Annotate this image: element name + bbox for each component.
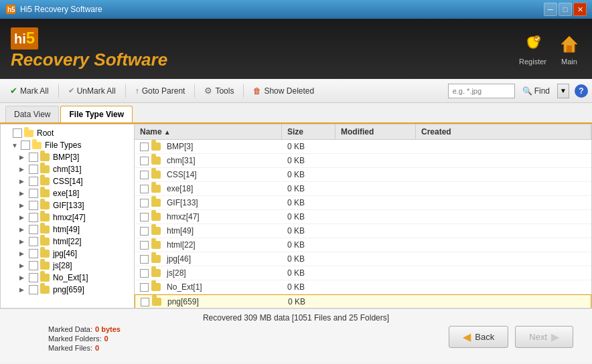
tab-file-type-view[interactable]: File Type View (60, 106, 133, 122)
file-checkbox[interactable] (140, 227, 149, 236)
file-checkbox[interactable] (140, 185, 149, 193)
file-row[interactable]: exe[18] 0 KB (135, 182, 591, 196)
separator-3 (194, 84, 195, 98)
tree-checkbox-filetypes[interactable] (21, 141, 30, 150)
expand-jpg-icon[interactable]: ▶ (19, 250, 29, 257)
tree-item-bmp[interactable]: ▶ BMP[3] (1, 151, 134, 163)
tree-item-jpg[interactable]: ▶ jpg[46] (1, 248, 134, 260)
tree-item-chm[interactable]: ▶ chm[31] (1, 163, 134, 175)
tree-checkbox-css[interactable] (29, 177, 38, 186)
file-checkbox[interactable] (141, 298, 149, 306)
file-checkbox[interactable] (140, 241, 149, 250)
file-checkbox[interactable] (140, 213, 149, 221)
tree-item-exe[interactable]: ▶ exe[18] (1, 187, 134, 199)
expand-htm-icon[interactable]: ▶ (19, 226, 29, 233)
tab-data-view[interactable]: Data View (5, 106, 59, 122)
header-actions: Register Main (519, 32, 581, 66)
file-row[interactable]: html[22] 0 KB (135, 238, 591, 252)
expand-bmp-icon[interactable]: ▶ (19, 154, 29, 161)
back-arrow-icon: ◀ (463, 331, 471, 343)
file-checkbox[interactable] (140, 255, 149, 264)
search-input[interactable] (448, 84, 515, 98)
main-button[interactable]: Main (557, 32, 581, 66)
file-checkbox[interactable] (140, 143, 149, 151)
tree-item-png[interactable]: ▶ png[659] (1, 284, 134, 296)
file-checkbox[interactable] (140, 157, 149, 165)
tree-item-css[interactable]: ▶ CSS[14] (1, 175, 134, 187)
expand-chm-icon[interactable]: ▶ (19, 166, 29, 173)
file-checkbox[interactable] (140, 283, 149, 292)
unmark-all-button[interactable]: ✔ UnMark All (62, 83, 122, 99)
tree-checkbox-bmp[interactable] (29, 153, 38, 162)
help-button[interactable]: ? (575, 84, 588, 98)
maximize-button[interactable]: □ (559, 3, 572, 16)
tree-checkbox-hmxz[interactable] (29, 213, 38, 222)
file-row[interactable]: chm[31] 0 KB (135, 154, 591, 168)
expand-hmxz-icon[interactable]: ▶ (19, 214, 29, 221)
file-row[interactable]: CSS[14] 0 KB (135, 168, 591, 182)
tree-checkbox-js[interactable] (29, 261, 38, 270)
minimize-button[interactable]: ─ (544, 3, 557, 16)
tree-item-noext[interactable]: ▶ No_Ext[1] (1, 272, 134, 284)
file-checkbox[interactable] (140, 171, 149, 179)
logo-text: Recovery Software (11, 50, 167, 70)
tree-checkbox-noext[interactable] (29, 273, 38, 282)
register-button[interactable]: Register (519, 32, 546, 66)
col-header-name[interactable]: Name ▲ (135, 124, 282, 139)
col-header-created[interactable]: Created (416, 124, 591, 139)
file-row[interactable]: BMP[3] 0 KB (135, 140, 591, 154)
show-deleted-button[interactable]: 🗑 Show Deleted (247, 83, 320, 99)
close-button[interactable]: ✕ (573, 3, 587, 16)
tree-checkbox-png[interactable] (29, 285, 38, 294)
find-button[interactable]: 🔍 Find (518, 84, 554, 98)
tree-item-root[interactable]: Root (1, 127, 134, 139)
goto-parent-button[interactable]: ↑ Goto Parent (129, 83, 192, 99)
file-row[interactable]: js[28] 0 KB (135, 266, 591, 280)
tab-file-type-view-label: File Type View (69, 110, 124, 119)
file-checkbox[interactable] (140, 269, 149, 278)
tree-checkbox-gif[interactable] (29, 201, 38, 210)
file-row[interactable]: htm[49] 0 KB (135, 224, 591, 238)
col-size-label: Size (287, 127, 303, 136)
tree-item-gif[interactable]: ▶ GIF[133] (1, 199, 134, 211)
row-folder-icon (151, 254, 162, 264)
expand-png-icon[interactable]: ▶ (19, 286, 29, 293)
file-row[interactable]: GIF[133] 0 KB (135, 196, 591, 210)
row-folder-icon (152, 297, 163, 306)
next-button[interactable]: Next ▶ (515, 326, 573, 348)
tree-item-hmxz[interactable]: ▶ hmxz[47] (1, 211, 134, 223)
expand-filetypes-icon[interactable]: ▼ (11, 142, 21, 149)
tools-button[interactable]: ⚙ Tools (198, 82, 240, 99)
col-header-size[interactable]: Size (282, 124, 336, 139)
tree-checkbox-exe[interactable] (29, 189, 38, 198)
tree-item-htm[interactable]: ▶ htm[49] (1, 223, 134, 236)
find-label: Find (534, 86, 550, 96)
tree-checkbox-htm[interactable] (29, 225, 38, 234)
tree-item-filetypes[interactable]: ▼ File Types (1, 139, 134, 151)
back-button[interactable]: ◀ Back (449, 326, 508, 348)
tree-checkbox-html[interactable] (29, 237, 38, 246)
mark-all-button[interactable]: ✔ Mark All (4, 82, 55, 99)
search-dropdown-button[interactable]: ▼ (557, 84, 569, 98)
col-modified-label: Modified (341, 127, 374, 136)
marked-data-row: Marked Data: 0 bytes (48, 325, 121, 333)
expand-exe-icon[interactable]: ▶ (19, 190, 29, 197)
file-row-selected[interactable]: png[659] 0 KB (135, 294, 591, 308)
tree-checkbox-jpg[interactable] (29, 249, 38, 258)
expand-html-icon[interactable]: ▶ (19, 238, 29, 245)
tree-item-html[interactable]: ▶ html[22] (1, 236, 134, 248)
file-row[interactable]: hmxz[47] 0 KB (135, 210, 591, 224)
col-header-modified[interactable]: Modified (336, 124, 416, 139)
tree-checkbox-chm[interactable] (29, 165, 38, 174)
file-row[interactable]: jpg[46] 0 KB (135, 252, 591, 266)
file-checkbox[interactable] (140, 199, 149, 207)
expand-gif-icon[interactable]: ▶ (19, 202, 29, 209)
expand-js-icon[interactable]: ▶ (19, 262, 29, 269)
expand-css-icon[interactable]: ▶ (19, 178, 29, 185)
sort-name-icon: ▲ (164, 128, 171, 136)
tree-item-js[interactable]: ▶ js[28] (1, 260, 134, 272)
home-icon (557, 32, 581, 56)
file-row[interactable]: No_Ext[1] 0 KB (135, 280, 591, 294)
expand-noext-icon[interactable]: ▶ (19, 274, 29, 281)
tree-checkbox-root[interactable] (13, 128, 22, 138)
